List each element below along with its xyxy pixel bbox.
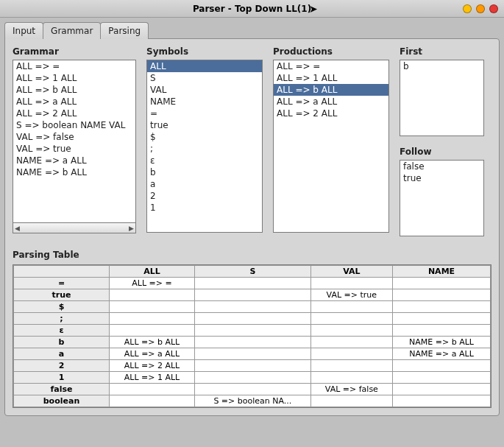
follow-list[interactable]: falsetrue: [400, 160, 484, 236]
table-cell[interactable]: [194, 360, 310, 372]
list-item[interactable]: NAME => a ALL: [13, 155, 135, 166]
table-row-header[interactable]: boolean: [14, 395, 110, 407]
table-cell[interactable]: [110, 395, 195, 407]
table-cell[interactable]: [310, 360, 392, 372]
table-cell[interactable]: [110, 301, 195, 313]
table-cell[interactable]: [194, 289, 310, 301]
table-cell[interactable]: [393, 278, 491, 289]
list-item[interactable]: true: [400, 172, 483, 184]
table-row-header[interactable]: ;: [14, 313, 110, 325]
list-item[interactable]: a: [147, 178, 262, 190]
list-item[interactable]: VAL => true: [13, 143, 135, 155]
table-cell[interactable]: ALL => =: [110, 278, 195, 289]
table-cell[interactable]: ALL => 2 ALL: [110, 360, 195, 372]
list-item[interactable]: ALL => 1 ALL: [13, 72, 135, 84]
table-cell[interactable]: [194, 384, 310, 395]
list-item[interactable]: S => boolean NAME VAL: [13, 119, 135, 131]
table-col-header[interactable]: NAME: [393, 266, 491, 278]
table-cell[interactable]: [310, 278, 392, 289]
table-cell[interactable]: [310, 348, 392, 360]
list-item[interactable]: b: [147, 166, 262, 178]
list-item[interactable]: ALL => 2 ALL: [13, 108, 135, 119]
table-row-header[interactable]: true: [14, 289, 110, 301]
table-cell[interactable]: VAL => false: [310, 384, 392, 395]
list-item[interactable]: ALL => 2 ALL: [274, 108, 388, 119]
first-list[interactable]: b: [400, 60, 484, 136]
list-item[interactable]: false: [400, 161, 483, 172]
list-item[interactable]: 2: [147, 190, 262, 202]
table-cell[interactable]: [110, 384, 195, 395]
table-row-header[interactable]: false: [14, 384, 110, 395]
list-item[interactable]: =: [147, 108, 262, 119]
table-cell[interactable]: [194, 348, 310, 360]
table-row-header[interactable]: ε: [14, 325, 110, 337]
minimize-button[interactable]: [463, 4, 472, 13]
table-cell[interactable]: S => boolean NA...: [194, 395, 310, 407]
list-item[interactable]: S: [147, 72, 262, 84]
table-cell[interactable]: [393, 313, 491, 325]
table-cell[interactable]: [393, 395, 491, 407]
scroll-right-icon[interactable]: ▶: [129, 225, 134, 232]
list-item[interactable]: ALL => b ALL: [13, 84, 135, 96]
list-item[interactable]: b: [400, 60, 483, 72]
table-cell[interactable]: [393, 360, 491, 372]
table-cell[interactable]: [194, 325, 310, 337]
scroll-left-icon[interactable]: ◀: [15, 225, 20, 232]
table-row-header[interactable]: 1: [14, 372, 110, 384]
list-item[interactable]: $: [147, 131, 262, 143]
maximize-button[interactable]: [476, 4, 485, 13]
table-col-header[interactable]: VAL: [310, 266, 392, 278]
table-cell[interactable]: [310, 337, 392, 348]
list-item[interactable]: ALL => =: [13, 60, 135, 72]
table-col-header[interactable]: ALL: [110, 266, 195, 278]
tab-input[interactable]: Input: [4, 22, 43, 39]
table-cell[interactable]: [310, 325, 392, 337]
list-item[interactable]: VAL: [147, 84, 262, 96]
list-item[interactable]: ALL => a ALL: [274, 96, 388, 108]
table-cell[interactable]: ALL => b ALL: [110, 337, 195, 348]
table-cell[interactable]: VAL => true: [310, 289, 392, 301]
list-item[interactable]: NAME => b ALL: [13, 166, 135, 178]
table-cell[interactable]: [110, 325, 195, 337]
parsing-table[interactable]: ALLSVALNAME=ALL => =trueVAL => true$;εbA…: [13, 265, 491, 407]
list-item[interactable]: NAME: [147, 96, 262, 108]
table-cell[interactable]: [310, 313, 392, 325]
table-cell[interactable]: [310, 372, 392, 384]
list-item[interactable]: true: [147, 119, 262, 131]
table-cell[interactable]: [110, 289, 195, 301]
table-cell[interactable]: [194, 313, 310, 325]
table-row-header[interactable]: =: [14, 278, 110, 289]
table-cell[interactable]: [310, 301, 392, 313]
table-cell[interactable]: [194, 278, 310, 289]
table-col-header[interactable]: S: [194, 266, 310, 278]
table-cell[interactable]: ALL => a ALL: [110, 348, 195, 360]
productions-list[interactable]: ALL => =ALL => 1 ALLALL => b ALLALL => a…: [273, 60, 389, 233]
grammar-hscrollbar[interactable]: ◀ ▶: [13, 223, 136, 233]
table-cell[interactable]: [310, 395, 392, 407]
table-row-header[interactable]: b: [14, 337, 110, 348]
list-item[interactable]: ALL: [147, 60, 262, 72]
list-item[interactable]: 1: [147, 202, 262, 214]
table-cell[interactable]: [393, 384, 491, 395]
table-row-header[interactable]: $: [14, 301, 110, 313]
tab-grammar[interactable]: Grammar: [43, 22, 101, 39]
table-cell[interactable]: [393, 289, 491, 301]
table-row-header[interactable]: 2: [14, 360, 110, 372]
table-cell[interactable]: [393, 301, 491, 313]
list-item[interactable]: VAL => false: [13, 131, 135, 143]
grammar-list[interactable]: ALL => =ALL => 1 ALLALL => b ALLALL => a…: [13, 60, 136, 223]
list-item[interactable]: ALL => 1 ALL: [274, 72, 388, 84]
table-cell[interactable]: [393, 372, 491, 384]
tab-parsing[interactable]: Parsing: [100, 22, 149, 39]
list-item[interactable]: ALL => =: [274, 60, 388, 72]
table-cell[interactable]: NAME => b ALL: [393, 337, 491, 348]
list-item[interactable]: ;: [147, 143, 262, 155]
table-cell[interactable]: [393, 325, 491, 337]
list-item[interactable]: ALL => b ALL: [274, 84, 388, 96]
table-cell[interactable]: [110, 313, 195, 325]
table-cell[interactable]: ALL => 1 ALL: [110, 372, 195, 384]
table-cell[interactable]: [194, 372, 310, 384]
close-button[interactable]: [489, 4, 498, 13]
list-item[interactable]: ALL => a ALL: [13, 96, 135, 108]
table-cell[interactable]: [194, 301, 310, 313]
